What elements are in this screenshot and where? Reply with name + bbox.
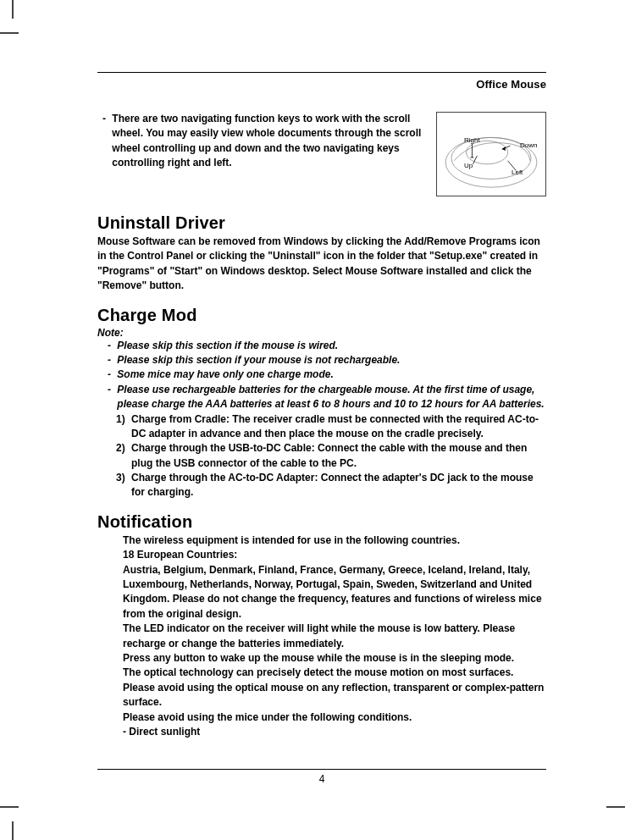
- header-title: Office Mouse: [97, 78, 546, 91]
- footer-rule: [97, 769, 546, 770]
- diagram-label-up: Up: [464, 162, 473, 169]
- note-label: Note:: [97, 327, 546, 339]
- page-number: 4: [97, 773, 546, 785]
- note-item: - Please skip this section if your mouse…: [108, 353, 546, 368]
- notif-text: - Direct sunlight: [123, 725, 546, 739]
- intro-body: There are two navigating function keys t…: [112, 112, 426, 171]
- notif-text: The optical technology can precisely det…: [123, 666, 546, 710]
- page-footer: 4: [97, 769, 546, 785]
- header-rule: [97, 72, 546, 73]
- uninstall-section: Uninstall Driver Mouse Software can be r…: [97, 213, 546, 294]
- mouse-diagram: Right Down Up Left: [436, 112, 546, 196]
- notif-text: Please avoid using the mice under the fo…: [123, 710, 546, 725]
- notification-section: Notification The wireless equipment is i…: [97, 512, 546, 739]
- diagram-label-down: Down: [520, 141, 537, 149]
- notif-text: The wireless equipment is intended for u…: [123, 533, 546, 548]
- crop-mark: [0, 806, 19, 808]
- crop-mark: [606, 806, 625, 808]
- crop-mark: [12, 0, 14, 19]
- uninstall-heading: Uninstall Driver: [97, 213, 546, 233]
- uninstall-body: Mouse Software can be removed from Windo…: [97, 235, 546, 294]
- mouse-diagram-svg: [437, 113, 545, 196]
- step-item: 2)Charge through the USB-to-DC Cable: Co…: [116, 441, 546, 471]
- charge-notes: - Please skip this section if the mouse …: [97, 339, 546, 412]
- step-item: 1)Charge from Cradle: The receiver cradl…: [116, 412, 546, 442]
- note-item: - Please skip this section if the mouse …: [108, 339, 546, 353]
- crop-mark: [12, 821, 14, 840]
- bullet-dash: -: [97, 112, 112, 171]
- charge-heading: Charge Mod: [97, 306, 546, 325]
- step-item: 3)Charge through the AC-to-DC Adapter: C…: [116, 471, 546, 500]
- svg-point-2: [467, 141, 508, 163]
- notif-text: Press any button to wake up the mouse wh…: [123, 651, 546, 666]
- intro-section: - There are two navigating function keys…: [97, 112, 546, 196]
- note-item: - Some mice may have only one charge mod…: [108, 368, 546, 382]
- crop-mark: [0, 32, 19, 34]
- notif-text: 18 European Countries:: [123, 548, 546, 562]
- charge-section: Charge Mod Note: - Please skip this sect…: [97, 306, 546, 500]
- note-item: - Please use rechargeable batteries for …: [108, 383, 546, 412]
- diagram-label-left: Left: [512, 169, 523, 176]
- diagram-label-right: Right: [464, 136, 480, 144]
- page-content: Office Mouse - There are two navigating …: [97, 72, 546, 751]
- notif-text: The LED indicator on the receiver will l…: [123, 622, 546, 651]
- notification-heading: Notification: [97, 512, 546, 532]
- charge-steps: 1)Charge from Cradle: The receiver cradl…: [97, 412, 546, 500]
- notif-text: Austria, Belgium, Denmark, Finland, Fran…: [123, 563, 546, 622]
- intro-text: - There are two navigating function keys…: [97, 112, 426, 196]
